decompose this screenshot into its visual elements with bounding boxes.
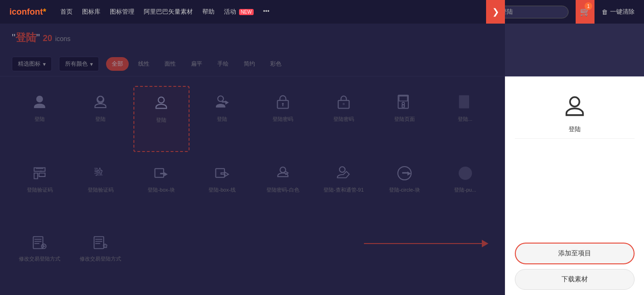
icon-label: 登陆验证码 (27, 186, 53, 194)
icon-item[interactable]: 登陆 (12, 86, 68, 152)
svg-point-18 (339, 167, 345, 172)
icon-label: 登陆页面 (394, 116, 415, 123)
icon-box-line (213, 164, 231, 183)
cart-button[interactable]: 🛒 1 (576, 0, 594, 24)
svg-rect-26 (94, 236, 104, 248)
svg-text:验: 验 (40, 170, 42, 172)
nav-item-help[interactable]: 帮助 (202, 8, 215, 16)
icon-label: 登陆密码-白色 (266, 186, 299, 194)
nav-item-manage[interactable]: 图标管理 (110, 8, 134, 16)
svg-rect-11 (402, 105, 404, 107)
icon-item[interactable]: 登陆 (73, 86, 129, 152)
icon-modify-trade-1 (30, 233, 49, 252)
icon-item[interactable]: 登陆... (437, 86, 493, 152)
icon-item[interactable]: 登陆-box-线 (194, 157, 250, 221)
svg-point-31 (105, 247, 106, 248)
svg-point-20 (458, 167, 471, 180)
icon-item[interactable]: 登陆 (194, 86, 250, 152)
nav-item-more[interactable]: ••• (263, 8, 270, 16)
icon-denglu-password-1 (273, 93, 292, 112)
panel-icon-name: 登陆 (569, 125, 581, 134)
nav-item-activity[interactable]: 活动 NEW (224, 8, 254, 16)
filter-tag-flat[interactable]: 扁平 (185, 57, 208, 71)
icon-item[interactable]: 登陆密码 (255, 86, 311, 152)
filter-bar: 精选图标 ▾ 所有颜色 ▾ 全部 线性 面性 扁平 手绘 简约 彩色 (0, 52, 644, 76)
icon-label: 登陆密码 (333, 116, 354, 123)
icon-label: 登陆 (34, 116, 45, 123)
logo[interactable]: iconfont* (9, 7, 46, 17)
icon-label: 修改交易登陆方式 (80, 255, 121, 262)
icon-item[interactable]: 登陆-circle-块 (376, 157, 432, 221)
svg-point-17 (280, 167, 286, 173)
icon-label: 登陆... (458, 116, 472, 123)
sidebar-toggle-button[interactable]: ❯ (486, 0, 505, 24)
icon-label: 登陆-box-块 (148, 186, 175, 194)
nav-item-icons[interactable]: 图标库 (82, 8, 100, 16)
icon-item[interactable]: 登陆密码-白色 (255, 157, 311, 221)
result-title: "登陆" 20 icons (12, 31, 71, 45)
activity-badge: NEW (239, 9, 254, 15)
svg-rect-8 (398, 95, 408, 109)
filter-tag-fill[interactable]: 面性 (159, 57, 182, 71)
icon-item[interactable]: 验 登陆验证码 (73, 157, 129, 221)
content-wrapper: 登陆 登陆 登陆 登陆 登陆密码 (0, 76, 644, 295)
icon-label: 登陆 (156, 117, 166, 124)
nav-item-alibaba[interactable]: 阿里巴巴矢量素材 (144, 8, 193, 16)
icon-label: 登陆-box-线 (208, 186, 236, 194)
icon-item[interactable]: 修改交易登陆方式 (73, 226, 129, 290)
filter-tag-all[interactable]: 全部 (106, 57, 129, 71)
icon-modify-trade-2 (91, 233, 110, 252)
filter-tag-simple[interactable]: 简约 (238, 57, 261, 71)
icon-item[interactable]: 登陆页面 (376, 86, 432, 152)
icon-item[interactable]: 修改交易登陆方式 (12, 226, 68, 290)
icon-box-solid (152, 164, 171, 183)
svg-point-4 (282, 103, 284, 105)
filter-tag-hand[interactable]: 手绘 (212, 57, 234, 71)
clean-icon: 🗑 (602, 8, 608, 16)
svg-rect-9 (399, 96, 407, 101)
icon-item[interactable]: 验 登陆验证码 (12, 157, 68, 221)
nav-item-home[interactable]: 首页 (60, 8, 73, 16)
icon-item[interactable]: 登陆密码 (315, 86, 372, 152)
icon-label: 修改交易登陆方式 (19, 255, 60, 262)
icon-item-selected[interactable]: 登陆 (133, 86, 190, 152)
add-to-project-button[interactable]: 添加至项目 (515, 243, 635, 264)
panel-spacer (515, 146, 635, 243)
icon-item[interactable]: 登陆-pu... (437, 157, 493, 221)
icons-grid: 登陆 登陆 登陆 登陆 登陆密码 (0, 76, 505, 295)
svg-text:验: 验 (94, 167, 103, 177)
chevron-down-icon: ▾ (43, 61, 46, 67)
result-header: "登陆" 20 icons (0, 24, 644, 52)
icon-label: 登陆-circle-块 (389, 186, 420, 194)
icon-denglu-password-2 (334, 93, 353, 112)
icon-denglu-page (395, 93, 414, 112)
icon-item[interactable]: 登陆-查和通管-91 (315, 157, 372, 221)
icon-denglu-2 (91, 93, 110, 112)
icon-query-91 (334, 164, 353, 183)
icon-type-select[interactable]: 精选图标 ▾ (12, 57, 52, 71)
svg-point-32 (570, 97, 579, 107)
filter-tag-color[interactable]: 彩色 (264, 57, 287, 71)
icon-denglu-1 (30, 93, 49, 112)
download-button[interactable]: 下载素材 (515, 269, 635, 290)
clean-button[interactable]: 🗑 一键清除 (602, 8, 635, 16)
header-right: 🛒 1 🗑 一键清除 (576, 0, 635, 24)
svg-point-10 (402, 102, 404, 105)
icon-item[interactable]: 登陆-box-块 (133, 157, 190, 221)
nav-bar: 首页 图标库 图标管理 阿里巴巴矢量素材 帮助 活动 NEW ••• (60, 8, 493, 16)
icon-label: 登陆-查和通管-91 (323, 186, 364, 194)
color-select[interactable]: 所有颜色 ▾ (59, 57, 99, 71)
svg-point-7 (343, 103, 345, 105)
icon-label: 登陆 (95, 116, 106, 123)
icon-label: 登陆验证码 (88, 186, 114, 194)
icon-label: 登陆密码 (272, 116, 293, 123)
svg-point-0 (98, 96, 103, 102)
svg-point-2 (218, 96, 223, 101)
svg-point-25 (41, 244, 46, 249)
icon-label: 登陆 (217, 116, 227, 123)
icon-pu (456, 164, 475, 183)
cart-badge: 1 (585, 2, 592, 10)
icon-password-white (273, 164, 292, 183)
filter-tag-line[interactable]: 线性 (132, 57, 155, 71)
svg-point-1 (158, 97, 165, 103)
